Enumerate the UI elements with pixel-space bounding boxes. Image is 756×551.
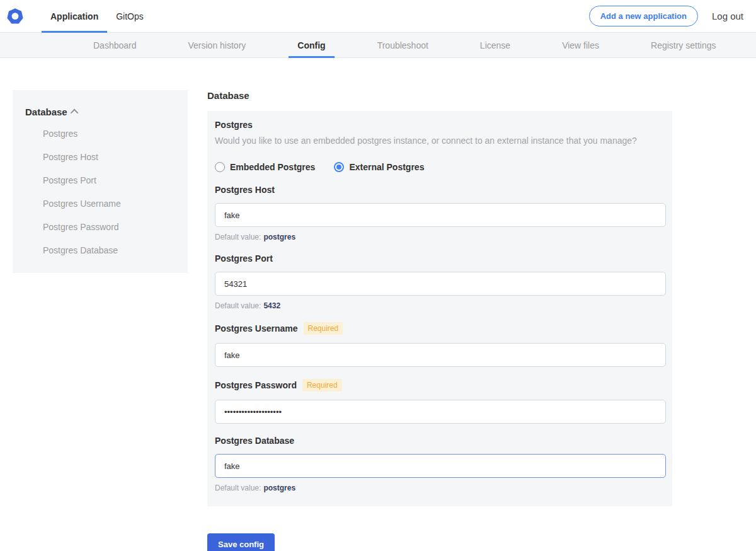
- tab-label: Version history: [188, 40, 246, 50]
- required-badge: Required: [304, 322, 343, 335]
- tab-label: View files: [562, 40, 599, 50]
- postgres-host-input[interactable]: [215, 203, 666, 227]
- required-badge: Required: [302, 379, 342, 392]
- field-label: Postgres Host: [215, 185, 275, 195]
- top-header: Application GitOps Add a new application…: [0, 0, 756, 33]
- default-value: postgres: [263, 233, 295, 241]
- header-actions: Add a new application Log out: [589, 0, 743, 32]
- radio-unchecked-icon[interactable]: [215, 162, 225, 172]
- group-description: Would you like to use an embedded postgr…: [215, 136, 666, 146]
- field-postgres-password: Postgres Password Required: [215, 379, 666, 424]
- field-postgres-port: Postgres Port Default value:5432: [215, 253, 666, 310]
- app-tab-bar: Dashboard Version history Config Trouble…: [0, 33, 756, 58]
- group-title: Postgres: [215, 120, 666, 130]
- default-value: postgres: [263, 484, 295, 492]
- tab-registry-settings[interactable]: Registry settings: [638, 33, 728, 57]
- tab-troubleshoot[interactable]: Troubleshoot: [365, 33, 441, 57]
- nav-item-application[interactable]: Application: [42, 0, 107, 32]
- field-postgres-host: Postgres Host Default value:postgres: [215, 185, 666, 241]
- tab-label: Config: [297, 40, 325, 50]
- field-label: Postgres Database: [215, 436, 294, 446]
- sidebar-item-postgres-database[interactable]: Postgres Database: [43, 245, 175, 255]
- postgres-username-input[interactable]: [215, 343, 666, 367]
- sidebar-item-postgres-username[interactable]: Postgres Username: [43, 199, 175, 209]
- tab-dashboard[interactable]: Dashboard: [81, 33, 149, 57]
- config-main: Database Postgres Would you like to use …: [207, 90, 672, 551]
- save-row: Save config: [207, 533, 672, 551]
- field-postgres-username: Postgres Username Required: [215, 322, 666, 367]
- field-postgres-database: Postgres Database Default value:postgres: [215, 436, 666, 492]
- sidebar-item-postgres-host[interactable]: Postgres Host: [43, 152, 175, 162]
- collapse-chevron-icon: [70, 109, 78, 117]
- sidebar-item-postgres[interactable]: Postgres: [43, 129, 175, 139]
- radio-label: External Postgres: [349, 162, 424, 172]
- field-label: Postgres Port: [215, 253, 273, 264]
- default-value: 5432: [263, 301, 280, 310]
- default-value-row: Default value:5432: [215, 301, 666, 310]
- default-value-row: Default value:postgres: [215, 233, 666, 241]
- section-title: Database: [207, 90, 672, 101]
- tab-label: Troubleshoot: [377, 40, 428, 50]
- default-value-label: Default value:: [215, 301, 261, 310]
- tab-version-history[interactable]: Version history: [176, 33, 259, 57]
- config-sidebar: Database Postgres Postgres Host Postgres…: [13, 90, 188, 273]
- logout-link[interactable]: Log out: [712, 11, 743, 21]
- tab-view-files[interactable]: View files: [549, 33, 612, 57]
- postgres-database-input[interactable]: [215, 454, 666, 478]
- postgres-mode-radio-group: Embedded Postgres External Postgres: [215, 162, 666, 172]
- postgres-password-input[interactable]: [215, 400, 666, 424]
- field-label: Postgres Username: [215, 323, 298, 334]
- default-value-row: Default value:postgres: [215, 484, 666, 492]
- sidebar-item-list: Postgres Postgres Host Postgres Port Pos…: [25, 129, 175, 255]
- add-application-button[interactable]: Add a new application: [589, 6, 698, 26]
- tab-label: Dashboard: [93, 40, 137, 50]
- radio-external-postgres[interactable]: External Postgres: [334, 162, 424, 172]
- app-logo[interactable]: [6, 0, 24, 32]
- radio-checked-icon[interactable]: [334, 162, 344, 172]
- save-config-button[interactable]: Save config: [207, 533, 275, 551]
- tab-label: License: [480, 40, 510, 50]
- default-value-label: Default value:: [215, 233, 261, 241]
- radio-embedded-postgres[interactable]: Embedded Postgres: [215, 162, 315, 172]
- tab-config[interactable]: Config: [285, 33, 338, 57]
- replicated-logo-icon: [6, 8, 24, 25]
- field-label: Postgres Password: [215, 380, 297, 390]
- sidebar-group-database[interactable]: Database: [25, 107, 175, 117]
- tab-label: Registry settings: [651, 40, 716, 50]
- sidebar-item-postgres-port[interactable]: Postgres Port: [43, 175, 175, 185]
- database-config-card: Postgres Would you like to use an embedd…: [207, 111, 672, 506]
- tab-license[interactable]: License: [467, 33, 523, 57]
- config-page: Database Postgres Postgres Host Postgres…: [0, 90, 756, 551]
- primary-nav: Application GitOps: [42, 0, 152, 32]
- sidebar-group-label: Database: [25, 107, 67, 117]
- nav-item-label: Application: [50, 11, 98, 21]
- default-value-label: Default value:: [215, 484, 261, 492]
- postgres-port-input[interactable]: [215, 272, 666, 296]
- nav-item-label: GitOps: [116, 11, 144, 21]
- sidebar-item-postgres-password[interactable]: Postgres Password: [43, 222, 175, 232]
- radio-label: Embedded Postgres: [230, 162, 315, 172]
- nav-item-gitops[interactable]: GitOps: [107, 0, 152, 32]
